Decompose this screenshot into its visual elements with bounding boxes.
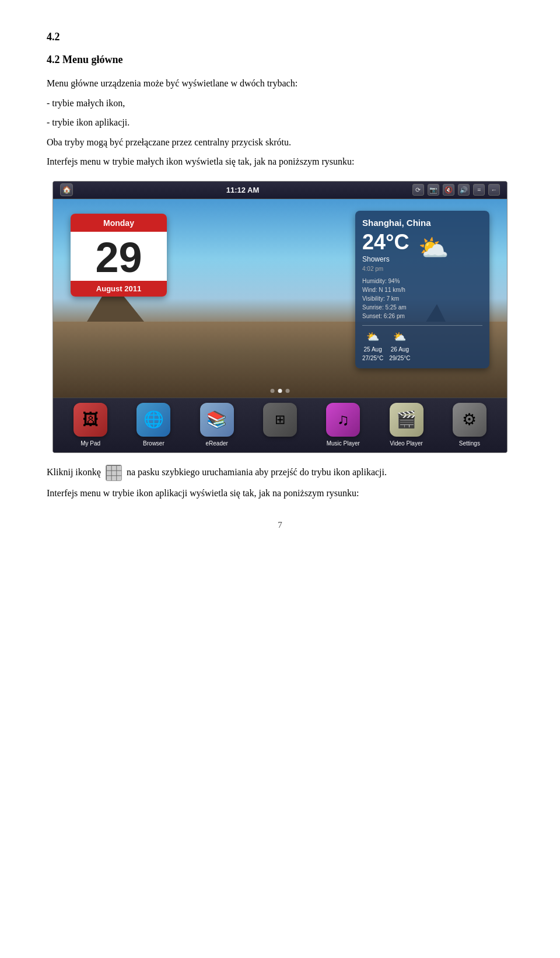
video-label: Video Player bbox=[390, 439, 423, 448]
weather-condition: Showers bbox=[362, 254, 409, 264]
page-dot-2[interactable] bbox=[278, 389, 282, 393]
volume-down-icon[interactable]: 🔇 bbox=[443, 184, 454, 196]
page-dot-1[interactable] bbox=[271, 389, 275, 393]
device-screenshot: 🏠 11:12 AM ⟳ 📷 🔇 🔊 ≡ ← Monday 29 August … bbox=[52, 181, 508, 453]
app-browser[interactable]: 🌐 Browser bbox=[124, 403, 183, 448]
forecast-icon-1: ⛅ bbox=[362, 329, 383, 345]
forecast-item-1: ⛅ 25 Aug 27/25°C bbox=[362, 329, 383, 363]
status-left-section: 🏠 bbox=[60, 183, 73, 196]
settings-label: Settings bbox=[459, 439, 480, 448]
sunrise-info: Sunrise: 5:25 am bbox=[362, 303, 482, 312]
weather-forecast: ⛅ 25 Aug 27/25°C ⛅ 26 Aug 29/25°C bbox=[362, 325, 482, 363]
calendar-day-name: Monday bbox=[71, 214, 167, 232]
forecast-icon-2: ⛅ bbox=[389, 329, 410, 345]
apps-grid-icon: ⊞ bbox=[263, 403, 297, 437]
weather-main-info: 24°C Showers 4:02 pm ⛅ bbox=[362, 232, 482, 273]
mypad-label: My Pad bbox=[80, 439, 100, 448]
humidity-info: Humidity: 94% bbox=[362, 277, 482, 285]
app-ereader[interactable]: 📚 eReader bbox=[188, 403, 246, 448]
volume-up-icon[interactable]: 🔊 bbox=[458, 184, 470, 196]
ereader-icon: 📚 bbox=[200, 403, 234, 437]
mypad-icon: 🖼 bbox=[74, 403, 107, 437]
home-button[interactable]: 🏠 bbox=[60, 183, 73, 196]
app-mode-description: Interfejs menu w trybie ikon aplikacji w… bbox=[47, 486, 513, 501]
grid-icon-inline bbox=[106, 465, 122, 481]
refresh-icon[interactable]: ⟳ bbox=[412, 184, 424, 196]
app-grid[interactable]: ⊞ bbox=[251, 403, 309, 439]
click-instruction: Kliknij ikonkę na pasku szybkiego urucha… bbox=[47, 465, 513, 481]
menu-icon[interactable]: ≡ bbox=[473, 184, 485, 196]
app-music[interactable]: ♫ Music Player bbox=[314, 403, 372, 448]
app-settings[interactable]: ⚙ Settings bbox=[440, 403, 499, 448]
camera-icon[interactable]: 📷 bbox=[428, 184, 439, 196]
music-label: Music Player bbox=[327, 439, 360, 448]
status-right-icons: ⟳ 📷 🔇 🔊 ≡ ← bbox=[412, 184, 500, 196]
wind-info: Wind: N 11 km/h bbox=[362, 285, 482, 294]
weather-temperature: 24°C bbox=[362, 232, 409, 253]
browser-icon: 🌐 bbox=[136, 403, 170, 437]
intro-paragraph: Menu główne urządzenia może być wyświetl… bbox=[47, 76, 513, 91]
page-indicators bbox=[271, 389, 290, 393]
click-prefix: Kliknij ikonkę bbox=[47, 467, 101, 477]
status-bar: 🏠 11:12 AM ⟳ 📷 🔇 🔊 ≡ ← bbox=[53, 182, 507, 199]
browser-label: Browser bbox=[143, 439, 164, 448]
music-icon: ♫ bbox=[326, 403, 360, 437]
weather-details: Humidity: 94% Wind: N 11 km/h Visibility… bbox=[362, 277, 482, 321]
video-icon: 🎬 bbox=[390, 403, 424, 437]
calendar-day-number: 29 bbox=[71, 232, 167, 281]
click-suffix: na pasku szybkiego uruchamiania aby prze… bbox=[127, 467, 387, 477]
app-mypad[interactable]: 🖼 My Pad bbox=[61, 403, 120, 448]
ereader-label: eReader bbox=[206, 439, 228, 448]
visibility-info: Visibility: 7 km bbox=[362, 294, 482, 303]
calendar-widget: Monday 29 August 2011 bbox=[71, 214, 167, 297]
settings-icon: ⚙ bbox=[453, 403, 487, 437]
app-dock: 🖼 My Pad 🌐 Browser 📚 eReader ⊞ ♫ Music P… bbox=[53, 398, 507, 452]
app-video[interactable]: 🎬 Video Player bbox=[377, 403, 436, 448]
forecast-date-2: 26 Aug bbox=[389, 345, 410, 354]
switch-description: Oba tryby mogą być przełączane przez cen… bbox=[47, 135, 513, 150]
bullet-app-icons: - trybie ikon aplikacji. bbox=[47, 115, 513, 130]
section-title: 4.2 bbox=[47, 29, 513, 45]
interface-description: Interfejs menu w trybie małych ikon wyśw… bbox=[47, 154, 513, 169]
weather-cloud-icon: ⛅ bbox=[418, 229, 449, 266]
forecast-item-2: ⛅ 26 Aug 29/25°C bbox=[389, 329, 410, 363]
forecast-date-1: 25 Aug bbox=[362, 345, 383, 354]
menu-title: 4.2 Menu główne bbox=[47, 54, 123, 65]
forecast-temps-2: 29/25°C bbox=[389, 354, 410, 363]
forecast-temps-1: 27/25°C bbox=[362, 354, 383, 363]
wallpaper: Monday 29 August 2011 Shanghai, China 24… bbox=[53, 199, 507, 398]
weather-city: Shanghai, China bbox=[362, 217, 482, 230]
bullet-small-icons: - trybie małych ikon, bbox=[47, 96, 513, 111]
weather-time-display: 4:02 pm bbox=[362, 264, 409, 273]
calendar-month-year: August 2011 bbox=[71, 281, 167, 297]
page-dot-3[interactable] bbox=[286, 389, 290, 393]
weather-widget: Shanghai, China 24°C Showers 4:02 pm ⛅ H… bbox=[355, 211, 489, 369]
status-time: 11:12 AM bbox=[226, 184, 260, 196]
back-icon[interactable]: ← bbox=[488, 184, 500, 196]
page-number: 7 bbox=[47, 518, 513, 532]
sunset-info: Sunset: 6:26 pm bbox=[362, 312, 482, 321]
